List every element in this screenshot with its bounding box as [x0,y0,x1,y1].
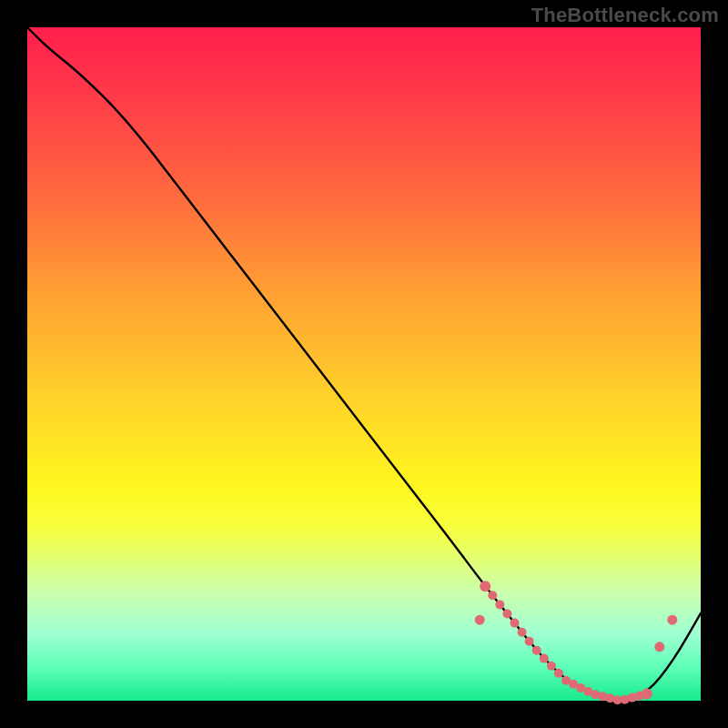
highlight-bead [480,581,490,592]
watermark-text: TheBottleneck.com [531,4,719,27]
chart-frame: TheBottleneck.com [0,0,728,728]
highlight-bead [475,615,485,625]
highlight-band [475,581,678,704]
highlight-bead [525,637,534,646]
main-curve [27,27,701,699]
highlight-bead [654,642,664,652]
highlight-bead [540,654,549,663]
highlight-bead [547,662,556,671]
highlight-bead [518,628,527,637]
line-chart-svg [27,27,701,701]
highlight-bead [495,600,504,609]
highlight-bead [488,591,497,600]
highlight-bead [502,610,511,619]
highlight-bead [554,669,563,678]
highlight-bead [667,615,677,625]
chart-line-group [27,27,701,699]
highlight-bead [642,689,652,700]
plot-area [27,27,701,701]
highlight-bead [532,646,541,655]
highlight-bead [511,619,520,628]
